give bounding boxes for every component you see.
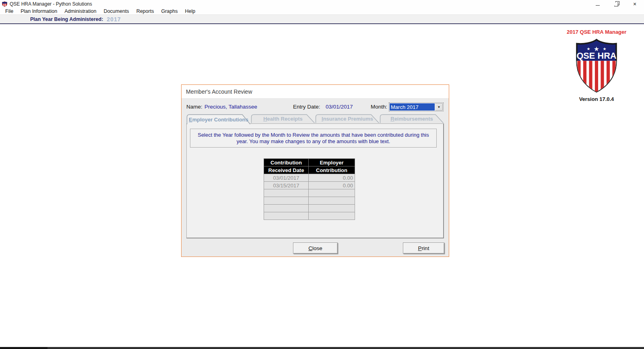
- app-shield-icon: [2, 1, 7, 7]
- name-label: Name:: [186, 104, 202, 110]
- menu-help[interactable]: Help: [181, 8, 199, 14]
- tab-strip: Employer Contributions Health Receipts I…: [186, 114, 445, 124]
- dialog-title: Member's Account Review: [186, 88, 252, 95]
- shield-text: QSE HRA: [576, 51, 616, 61]
- empty-cell: [309, 205, 355, 212]
- month-label: Month:: [371, 104, 387, 110]
- restore-icon: [614, 2, 618, 6]
- column-header: Employer: [309, 159, 355, 166]
- tab-reimbursements[interactable]: Reimbursements: [380, 114, 444, 123]
- employer-contributions-panel: Select the Year followed by the Month to…: [186, 123, 444, 238]
- empty-cell: [264, 212, 309, 220]
- menu-reports[interactable]: Reports: [133, 8, 158, 14]
- close-button[interactable]: Close: [293, 242, 338, 254]
- table-row: 03/01/2017 0.00: [264, 174, 355, 182]
- brand-header-text: 2017 QSE HRA Manager: [567, 29, 625, 35]
- contribution-date-cell[interactable]: 03/01/2017: [264, 174, 309, 182]
- restore-button[interactable]: [607, 0, 625, 8]
- branding-block: 2017 QSE HRA Manager ★ ★ ★ QSE HRA: [568, 29, 625, 102]
- minimize-icon: [596, 5, 600, 6]
- table-row: [264, 205, 355, 212]
- table-header-row: Contribution Employer: [264, 159, 355, 166]
- window-controls: ×: [588, 0, 644, 8]
- column-header: Contribution: [264, 159, 309, 166]
- menu-plan-information[interactable]: Plan Information: [17, 8, 61, 14]
- name-value: Precious, Tallahassee: [204, 104, 257, 110]
- close-button-window[interactable]: ×: [625, 0, 644, 8]
- app-window: QSE HRA Manager - Python Solutions × Fil…: [0, 0, 644, 349]
- plan-year-value: 2017: [107, 16, 121, 23]
- instruction-text: Select the Year followed by the Month to…: [190, 129, 437, 148]
- empty-cell: [264, 189, 309, 197]
- column-header: Contribution: [309, 166, 355, 174]
- tab-employer-contributions[interactable]: Employer Contributions: [186, 114, 251, 124]
- window-title: QSE HRA Manager - Python Solutions: [10, 1, 92, 7]
- table-row: [264, 189, 355, 197]
- empty-cell: [264, 205, 309, 212]
- chevron-down-icon: ▼: [438, 105, 441, 109]
- month-dropdown-value: March 2017: [390, 103, 435, 111]
- brand-shield-logo: ★ ★ ★ QSE HRA: [572, 38, 621, 93]
- table-row: [264, 212, 355, 220]
- close-icon: ×: [633, 1, 636, 7]
- contributions-table: Contribution Employer Received Date Cont…: [264, 158, 355, 220]
- minimize-button[interactable]: [588, 0, 607, 8]
- entry-date-value: 03/01/2017: [326, 104, 353, 110]
- member-info-row: Name: Precious, Tallahassee Entry Date: …: [182, 102, 449, 112]
- table-row: [264, 197, 355, 205]
- contribution-date-cell[interactable]: 03/15/2017: [264, 182, 309, 189]
- entry-date-label: Entry Date:: [293, 104, 320, 110]
- dialog-title-bar: Member's Account Review: [182, 85, 449, 98]
- plan-year-toolbar: Plan Year Being Administered: 2017: [0, 14, 644, 24]
- month-dropdown[interactable]: March 2017 ▼: [389, 103, 444, 111]
- table-header-row: Received Date Contribution: [264, 166, 355, 174]
- taskbar-strip-left-segment: [0, 347, 47, 349]
- member-account-review-dialog: Member's Account Review Name: Precious, …: [181, 84, 449, 257]
- empty-cell: [264, 197, 309, 205]
- taskbar-strip: [0, 347, 644, 349]
- menu-file[interactable]: File: [2, 8, 17, 14]
- menu-bar: File Plan Information Administration Doc…: [0, 8, 644, 14]
- print-button[interactable]: Print: [403, 242, 444, 254]
- contribution-amount-cell[interactable]: 0.00: [309, 174, 355, 182]
- column-header: Received Date: [264, 166, 309, 174]
- contribution-amount-cell[interactable]: 0.00: [309, 182, 355, 189]
- menu-documents[interactable]: Documents: [100, 8, 132, 14]
- plan-year-label: Plan Year Being Administered:: [30, 16, 103, 22]
- version-text: Version 17.0.4: [568, 96, 625, 102]
- title-bar: QSE HRA Manager - Python Solutions ×: [0, 0, 644, 8]
- empty-cell: [309, 189, 355, 197]
- empty-cell: [309, 197, 355, 205]
- table-row: 03/15/2017 0.00: [264, 182, 355, 189]
- empty-cell: [309, 212, 355, 220]
- month-dropdown-button[interactable]: ▼: [435, 103, 443, 111]
- menu-graphs[interactable]: Graphs: [157, 8, 181, 14]
- tab-insurance-premiums[interactable]: Insurance Premiums: [315, 114, 380, 123]
- tab-health-receipts[interactable]: Health Receipts: [251, 114, 315, 123]
- menu-administration[interactable]: Administration: [61, 8, 100, 14]
